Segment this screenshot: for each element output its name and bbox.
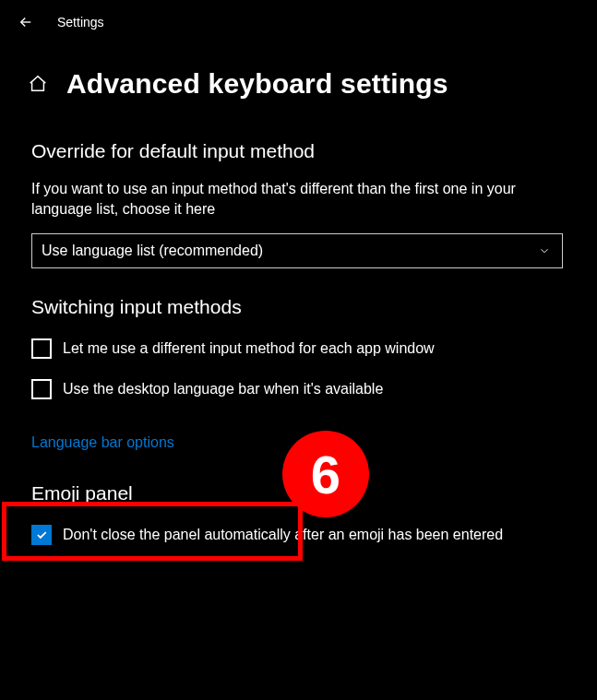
topbar-title: Settings bbox=[57, 15, 104, 30]
per-app-input-method-label: Let me use a different input method for … bbox=[63, 340, 435, 357]
override-description: If you want to use an input method that'… bbox=[31, 179, 548, 220]
emoji-title: Emoji panel bbox=[31, 482, 566, 504]
page-header: Advanced keyboard settings bbox=[0, 31, 597, 124]
desktop-language-bar-label: Use the desktop language bar when it's a… bbox=[63, 381, 383, 397]
per-app-input-method-option[interactable]: Let me use a different input method for … bbox=[31, 338, 566, 359]
desktop-language-bar-option[interactable]: Use the desktop language bar when it's a… bbox=[31, 379, 566, 399]
override-title: Override for default input method bbox=[31, 140, 566, 162]
section-switching: Switching input methods Let me use a dif… bbox=[0, 296, 597, 451]
page-title: Advanced keyboard settings bbox=[66, 68, 448, 100]
checkbox-unchecked[interactable] bbox=[31, 379, 52, 399]
section-emoji: Emoji panel Don't close the panel automa… bbox=[0, 482, 597, 545]
section-override: Override for default input method If you… bbox=[0, 140, 597, 268]
back-arrow-icon bbox=[18, 14, 34, 30]
switching-title: Switching input methods bbox=[31, 296, 566, 318]
checkmark-icon bbox=[35, 528, 48, 541]
home-icon bbox=[28, 74, 48, 94]
home-button[interactable] bbox=[28, 74, 48, 94]
default-input-method-dropdown[interactable]: Use language list (recommended) bbox=[31, 233, 563, 268]
back-button[interactable] bbox=[17, 13, 35, 31]
checkbox-checked[interactable] bbox=[31, 525, 52, 545]
chevron-down-icon bbox=[538, 244, 551, 257]
topbar: Settings bbox=[0, 0, 597, 31]
checkbox-unchecked[interactable] bbox=[31, 338, 52, 359]
dropdown-value: Use language list (recommended) bbox=[42, 243, 263, 259]
emoji-dont-close-label: Don't close the panel automatically afte… bbox=[63, 527, 503, 543]
emoji-dont-close-option[interactable]: Don't close the panel automatically afte… bbox=[31, 525, 566, 545]
language-bar-options-link[interactable]: Language bar options bbox=[31, 434, 174, 451]
